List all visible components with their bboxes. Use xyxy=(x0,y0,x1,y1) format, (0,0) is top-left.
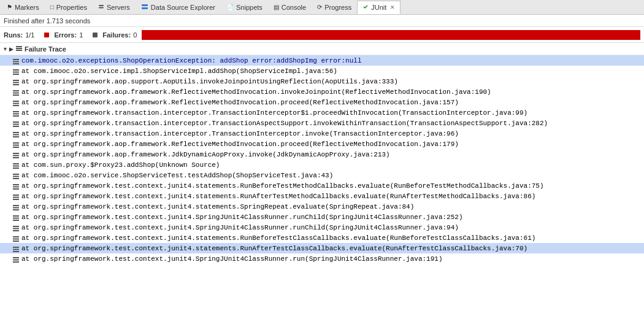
trace-list: com.imooc.o2o.exceptions.ShopOperationEx… xyxy=(0,55,644,264)
svg-rect-27 xyxy=(13,126,19,127)
svg-rect-48 xyxy=(13,199,19,200)
trace-item[interactable]: at com.imooc.o2o.service.impl.ShopServic… xyxy=(0,66,644,76)
svg-rect-20 xyxy=(13,102,19,104)
svg-rect-66 xyxy=(13,261,19,263)
svg-rect-60 xyxy=(13,241,19,242)
trace-text: at com.imooc.o2o.service.ShopServiceTest… xyxy=(21,172,333,179)
trace-item[interactable]: at org.springframework.transaction.inter… xyxy=(0,128,644,139)
svg-rect-40 xyxy=(13,174,19,175)
console-icon: ▤ xyxy=(274,4,279,10)
svg-rect-0 xyxy=(99,5,104,6)
trace-item[interactable]: at org.springframework.aop.framework.Ref… xyxy=(0,139,644,149)
svg-rect-64 xyxy=(13,257,19,258)
tab-servers-label: Servers xyxy=(107,4,130,11)
svg-rect-12 xyxy=(13,74,19,75)
collapse-icon[interactable]: ▼ xyxy=(2,46,8,52)
svg-rect-32 xyxy=(13,144,19,145)
trace-text: at org.springframework.test.context.juni… xyxy=(21,203,414,210)
trace-item[interactable]: at org.springframework.transaction.inter… xyxy=(0,107,644,118)
svg-rect-52 xyxy=(13,215,19,217)
failure-trace-header: ▼ ▶ Failure Trace xyxy=(0,43,644,55)
stack-line-icon xyxy=(12,234,21,241)
stack-line-icon xyxy=(12,202,21,210)
tab-progress[interactable]: ⟳ Progress xyxy=(312,1,357,14)
svg-rect-51 xyxy=(13,209,19,210)
trace-item[interactable]: com.imooc.o2o.exceptions.ShopOperationEx… xyxy=(0,55,644,66)
svg-rect-45 xyxy=(13,188,19,190)
svg-rect-42 xyxy=(13,178,19,179)
tab-progress-label: Progress xyxy=(324,4,351,11)
trace-text: at org.springframework.aop.framework.Ref… xyxy=(21,88,491,96)
tab-snippets[interactable]: 📄 Snippets xyxy=(221,1,268,14)
svg-rect-38 xyxy=(13,165,19,166)
trace-text: at org.springframework.test.context.juni… xyxy=(21,214,463,221)
tab-snippets-label: Snippets xyxy=(236,4,263,11)
trace-item[interactable]: at org.springframework.test.context.juni… xyxy=(0,180,644,191)
tab-servers[interactable]: Servers xyxy=(93,1,136,14)
trace-item[interactable]: at com.sun.proxy.$Proxy23.addShop(Unknow… xyxy=(0,160,644,170)
tree-area: ▼ ▶ Failure Trace com.imooc.o2o.exceptio… xyxy=(0,43,644,316)
stack-line-icon xyxy=(12,223,21,231)
tab-properties[interactable]: □ Properties xyxy=(45,1,93,14)
junit-icon xyxy=(362,4,369,11)
trace-item[interactable]: at org.springframework.test.context.juni… xyxy=(0,201,644,212)
svg-rect-58 xyxy=(13,236,19,237)
progress-icon: ⟳ xyxy=(317,4,322,10)
svg-rect-53 xyxy=(13,217,19,218)
trace-text: at org.springframework.aop.framework.Jdk… xyxy=(21,151,390,158)
svg-rect-17 xyxy=(13,92,19,93)
trace-item[interactable]: at org.springframework.test.context.juni… xyxy=(0,212,644,222)
svg-rect-25 xyxy=(13,121,19,123)
trace-item[interactable]: at org.springframework.aop.support.AopUt… xyxy=(0,76,644,87)
trace-item[interactable]: at com.imooc.o2o.service.ShopServiceTest… xyxy=(0,170,644,180)
svg-rect-62 xyxy=(13,249,19,250)
svg-rect-65 xyxy=(13,259,19,260)
svg-rect-43 xyxy=(13,184,19,185)
trace-item[interactable]: at org.springframework.aop.framework.Jdk… xyxy=(0,149,644,160)
trace-item[interactable]: at org.springframework.test.context.juni… xyxy=(0,191,644,201)
trace-text: at org.springframework.aop.framework.Ref… xyxy=(21,141,459,148)
servers-icon xyxy=(98,4,104,11)
trace-item[interactable]: at org.springframework.test.context.juni… xyxy=(0,243,644,253)
stack-line-icon xyxy=(12,213,21,220)
stack-line-icon xyxy=(12,109,21,116)
trace-text: at com.imooc.o2o.service.impl.ShopServic… xyxy=(21,67,337,75)
trace-item[interactable]: at org.springframework.aop.framework.Ref… xyxy=(0,97,644,107)
svg-rect-16 xyxy=(13,90,19,91)
trace-item[interactable]: at org.springframework.transaction.inter… xyxy=(0,118,644,128)
svg-rect-29 xyxy=(13,134,19,135)
trace-text: at org.springframework.test.context.juni… xyxy=(21,193,535,200)
failures-value: 0 xyxy=(133,31,137,39)
trace-item[interactable]: at org.springframework.test.context.juni… xyxy=(0,253,644,264)
tab-properties-label: Properties xyxy=(56,4,87,11)
junit-close-icon[interactable]: ✕ xyxy=(390,4,395,10)
svg-rect-13 xyxy=(13,80,19,81)
trace-text: at org.springframework.test.context.juni… xyxy=(21,255,443,263)
runs-bar: Runs: 1/1 Errors: 1 Failures: 0 xyxy=(0,27,644,43)
tab-datasource-label: Data Source Explorer xyxy=(151,4,215,11)
svg-rect-1 xyxy=(99,7,104,8)
svg-rect-7 xyxy=(13,59,19,60)
svg-rect-31 xyxy=(13,142,19,144)
tab-datasource[interactable]: Data Source Explorer xyxy=(136,1,221,14)
svg-rect-19 xyxy=(13,101,19,102)
trace-item[interactable]: at org.springframework.test.context.juni… xyxy=(0,233,644,243)
svg-rect-37 xyxy=(13,163,19,164)
exception-icon xyxy=(12,56,21,64)
tab-junit[interactable]: JUnit ✕ xyxy=(357,1,401,14)
tab-markers[interactable]: ⚑ Markers xyxy=(1,1,45,14)
trace-item[interactable]: at org.springframework.test.context.juni… xyxy=(0,222,644,233)
svg-rect-44 xyxy=(13,186,19,187)
progress-bar xyxy=(142,30,640,40)
datasource-icon xyxy=(141,4,148,11)
stack-line-icon xyxy=(12,171,21,179)
svg-rect-8 xyxy=(13,61,19,62)
tab-console[interactable]: ▤ Console xyxy=(268,1,312,14)
header-bullet: ▶ xyxy=(9,46,13,52)
trace-item[interactable]: at org.springframework.aop.framework.Ref… xyxy=(0,87,644,97)
svg-rect-5 xyxy=(16,48,22,49)
svg-rect-59 xyxy=(13,238,19,239)
svg-rect-2 xyxy=(142,4,148,6)
svg-rect-24 xyxy=(13,115,19,117)
svg-rect-6 xyxy=(16,50,22,51)
